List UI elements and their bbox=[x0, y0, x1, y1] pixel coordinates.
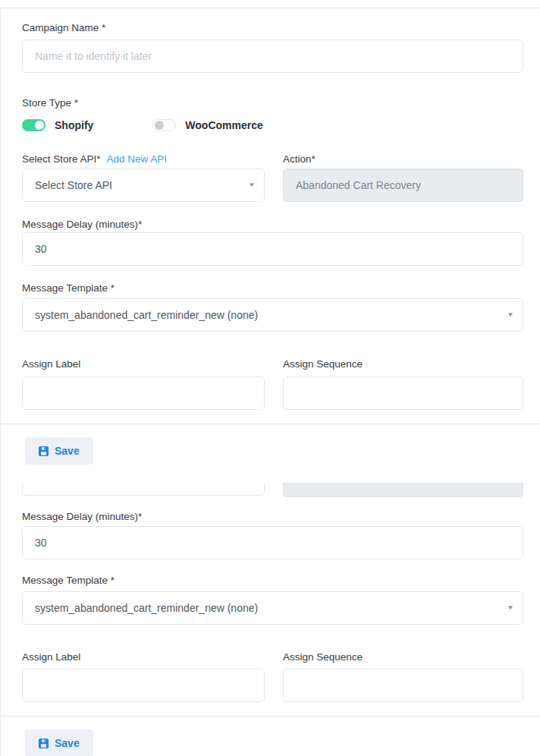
woocommerce-toggle[interactable]: WooCommerce bbox=[152, 119, 262, 131]
assign-sequence-input[interactable] bbox=[283, 376, 523, 410]
message-delay-label-2: Message Delay (minutes)* bbox=[22, 511, 523, 523]
shopify-toggle[interactable]: Shopify bbox=[22, 119, 93, 131]
clipped-fields-row bbox=[22, 483, 523, 497]
assign-sequence-input-2[interactable] bbox=[283, 669, 523, 702]
assign-sequence-label-2: Assign Sequence bbox=[283, 651, 523, 663]
woocommerce-toggle-label: WooCommerce bbox=[185, 119, 262, 131]
save-floppy-icon bbox=[39, 446, 49, 456]
save-floppy-icon bbox=[39, 739, 49, 748]
action-input-disabled: Abandoned Cart Recovery bbox=[283, 169, 523, 202]
clipped-store-api-select[interactable] bbox=[22, 483, 265, 496]
store-api-select[interactable]: Select Store API ▼ bbox=[22, 169, 265, 202]
campaign-name-label: Campaign Name * bbox=[22, 22, 523, 34]
campaign-form-card: Campaign Name * Store Type * Shopify Woo… bbox=[0, 8, 540, 756]
message-delay-input-2[interactable] bbox=[22, 526, 523, 559]
message-template-selected-value: system_abandoned_cart_reminder_new (none… bbox=[35, 309, 258, 321]
message-template-selected-value-2: system_abandoned_cart_reminder_new (none… bbox=[35, 602, 258, 614]
action-value: Abandoned Cart Recovery bbox=[296, 179, 421, 191]
card2-content: Message Delay (minutes)* Message Templat… bbox=[1, 511, 540, 702]
message-template-select[interactable]: system_abandoned_cart_reminder_new (none… bbox=[22, 298, 523, 332]
campaign-name-input[interactable] bbox=[22, 39, 523, 73]
save-button-label: Save bbox=[55, 445, 80, 457]
switch-knob bbox=[155, 121, 164, 130]
save-button[interactable]: Save bbox=[25, 437, 93, 465]
clipped-action-input-disabled bbox=[283, 483, 523, 497]
save-button-label-2: Save bbox=[55, 737, 80, 749]
store-type-label: Store Type * bbox=[22, 97, 523, 109]
switch-knob bbox=[35, 121, 44, 130]
chevron-down-icon: ▼ bbox=[507, 312, 514, 318]
card1-content: Campaign Name * Store Type * Shopify Woo… bbox=[1, 22, 540, 410]
message-template-label-2: Message Template * bbox=[22, 575, 523, 587]
store-api-selected-value: Select Store API bbox=[35, 179, 112, 191]
store-api-label: Select Store API* bbox=[22, 153, 101, 165]
assign-label-input-2[interactable] bbox=[22, 669, 265, 702]
add-new-api-link[interactable]: Add New API bbox=[107, 153, 168, 165]
card2-footer: Save bbox=[1, 716, 540, 756]
message-delay-input[interactable] bbox=[22, 232, 523, 266]
shopify-toggle-label: Shopify bbox=[55, 119, 93, 131]
assign-sequence-label: Assign Sequence bbox=[283, 358, 523, 370]
woocommerce-switch-off[interactable] bbox=[152, 119, 176, 131]
action-label: Action* bbox=[283, 153, 523, 165]
chevron-down-icon: ▼ bbox=[248, 182, 256, 188]
message-delay-label: Message Delay (minutes)* bbox=[22, 219, 523, 231]
chevron-down-icon: ▼ bbox=[507, 605, 514, 611]
save-button-2[interactable]: Save bbox=[25, 729, 93, 756]
store-api-action-row: Select Store API* Add New API Select Sto… bbox=[22, 153, 523, 202]
assign-label-input[interactable] bbox=[22, 376, 265, 410]
assign-row: Assign Label Assign Sequence bbox=[22, 358, 523, 410]
assign-label-label: Assign Label bbox=[22, 358, 265, 370]
store-type-toggles: Shopify WooCommerce bbox=[22, 118, 523, 132]
assign-label-label-2: Assign Label bbox=[22, 651, 265, 663]
message-template-select-2[interactable]: system_abandoned_cart_reminder_new (none… bbox=[22, 591, 523, 625]
card1-footer: Save bbox=[1, 424, 540, 474]
assign-row-2: Assign Label Assign Sequence bbox=[22, 651, 523, 702]
message-template-label: Message Template * bbox=[22, 282, 523, 295]
shopify-switch-on[interactable] bbox=[22, 119, 46, 131]
